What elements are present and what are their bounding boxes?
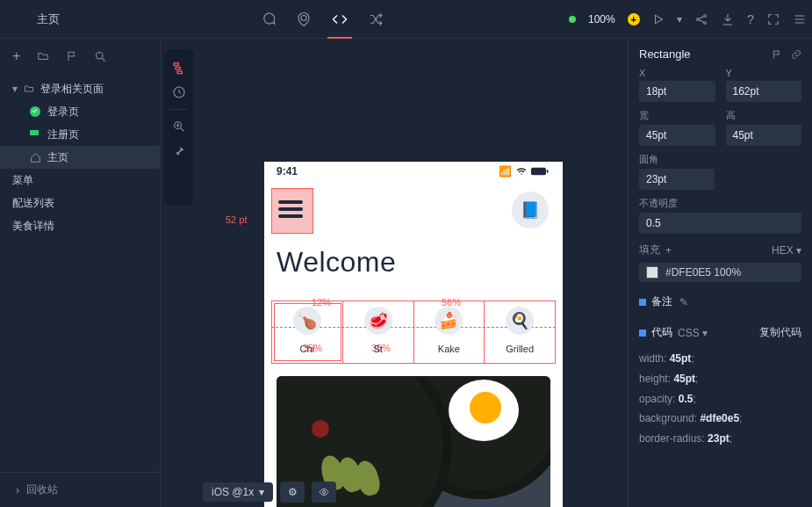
tree-item-home[interactable]: 主页 — [0, 146, 160, 169]
device-scale-select[interactable]: iOS @1x ▾ — [203, 482, 273, 502]
tree-item-register[interactable]: 注册页 — [0, 123, 160, 146]
svg-point-0 — [301, 15, 306, 20]
layout-tool-icon[interactable] — [168, 56, 190, 79]
folder-small-icon — [23, 83, 35, 94]
square-icon — [639, 299, 646, 306]
pin-icon[interactable] — [296, 11, 312, 27]
tree-item-label: 美食详情 — [12, 219, 54, 234]
add-fill-button[interactable]: + — [665, 244, 672, 257]
tree-item-menu[interactable]: 菜单 — [0, 169, 160, 192]
tree-item-label: 登录页 — [47, 105, 79, 120]
bookmark-button[interactable]: 📘 — [512, 192, 549, 228]
svg-rect-5 — [174, 63, 178, 66]
shuffle-icon[interactable] — [368, 11, 384, 27]
remark-section[interactable]: 备注 ✎ — [639, 294, 801, 309]
copy-code-button[interactable]: 复制代码 — [759, 325, 801, 340]
page-tree: ▾ 登录相关页面 登录页 注册页 主页 菜单 配送列表 美食详情 — [0, 74, 160, 472]
canvas-tool-strip — [161, 39, 198, 507]
w-value[interactable]: 45pt — [639, 125, 715, 146]
category-cell[interactable]: 🥩St — [343, 301, 414, 363]
canvas-bottom-bar: iOS @1x ▾ ⚙ — [198, 477, 336, 507]
check-circle-icon — [30, 106, 40, 117]
menu-icon[interactable] — [793, 12, 807, 26]
settings-button[interactable]: ⚙ — [280, 482, 305, 503]
h-value[interactable]: 45pt — [726, 125, 802, 146]
pin-tool-icon[interactable] — [168, 140, 190, 163]
preview-button[interactable] — [312, 482, 336, 503]
battery-icon — [531, 166, 550, 177]
inspector-link-icon[interactable] — [791, 49, 801, 60]
categories-row: 12% 56% 35% 35% 🍗Chi 🥩St 🍰Kake 🍳Grilled — [271, 301, 556, 364]
cake-icon: 🍰 — [435, 307, 463, 335]
status-time: 9:41 — [277, 165, 298, 177]
tree-item-label: 配送列表 — [12, 196, 54, 211]
steak-icon: 🥩 — [364, 307, 392, 335]
tree-item-label: 主页 — [47, 150, 68, 165]
share-icon[interactable] — [694, 12, 708, 26]
tree-folder[interactable]: ▾ 登录相关页面 — [0, 77, 160, 100]
code-icon[interactable] — [331, 11, 349, 27]
download-icon[interactable] — [721, 12, 735, 26]
chevron-right-icon: › — [16, 484, 19, 496]
svg-point-1 — [696, 18, 699, 20]
svg-rect-6 — [176, 67, 180, 69]
search-icon[interactable] — [94, 50, 107, 63]
category-cell[interactable]: 🍰Kake — [414, 301, 485, 363]
flag-tool-icon[interactable] — [66, 50, 78, 62]
code-lang[interactable]: CSS ▾ — [678, 327, 708, 339]
add-zoom-button[interactable]: + — [628, 13, 640, 25]
tree-item-label: 注册页 — [47, 127, 79, 142]
top-center-tools — [75, 11, 569, 27]
hamburger-icon[interactable] — [278, 200, 303, 218]
left-panel: + ▾ 登录相关页面 登录页 注册页 主页 菜单 配送列表 美食详情 › 回收站 — [0, 39, 161, 507]
svg-rect-7 — [177, 71, 182, 74]
tree-item-food[interactable]: 美食详情 — [0, 214, 160, 237]
edit-icon[interactable]: ✎ — [679, 296, 688, 308]
svg-point-12 — [323, 491, 326, 494]
tree-item-delivery[interactable]: 配送列表 — [0, 192, 160, 214]
w-label: 宽 — [639, 109, 715, 122]
code-label: 代码 — [651, 325, 672, 340]
category-label: Chi — [300, 344, 315, 354]
inspector-title: Rectangle — [639, 47, 691, 61]
radius-label: 圆角 — [639, 153, 801, 166]
svg-rect-11 — [547, 170, 549, 172]
fullscreen-icon[interactable] — [766, 12, 780, 26]
play-chevron-icon[interactable]: ▾ — [677, 13, 682, 25]
trash-button[interactable]: › 回收站 — [0, 472, 160, 507]
artboard[interactable]: 9:41 📶 📘 Welcome 12% 56% 35% 35% 🍗Chi 🥩S… — [264, 162, 563, 507]
h-label: 高 — [726, 109, 802, 122]
zoom-value[interactable]: 100% — [588, 13, 615, 25]
svg-rect-10 — [531, 168, 546, 175]
hex-mode[interactable]: HEX ▾ — [772, 244, 801, 257]
x-value[interactable]: 18pt — [639, 81, 715, 102]
tree-item-login[interactable]: 登录页 — [0, 100, 160, 123]
history-tool-icon[interactable] — [168, 81, 190, 104]
opacity-value[interactable]: 0.5 — [639, 213, 801, 234]
add-button[interactable]: + — [12, 48, 20, 64]
status-bar: 9:41 📶 — [264, 162, 563, 181]
inspector-flag-icon[interactable] — [772, 49, 782, 60]
canvas[interactable]: 48 pt 52 pt 9:41 📶 📘 Welcome 12% 56% 35%… — [198, 39, 628, 507]
y-value[interactable]: 162pt — [726, 81, 802, 102]
trash-label: 回收站 — [26, 482, 58, 497]
radius-value[interactable]: 23pt — [639, 169, 715, 190]
grill-icon: 🍳 — [506, 307, 534, 335]
y-label: Y — [726, 68, 802, 78]
chicken-icon: 🍗 — [293, 307, 321, 335]
zoom-tool-icon[interactable] — [168, 115, 190, 138]
inspector-header: Rectangle — [639, 47, 801, 61]
help-icon[interactable]: ? — [747, 11, 754, 26]
comment-icon[interactable] — [261, 11, 277, 27]
gear-icon: ⚙ — [288, 486, 298, 498]
play-icon[interactable] — [652, 13, 665, 25]
swatch-icon — [646, 266, 658, 279]
fill-chip[interactable]: #DFE0E5 100% — [639, 263, 801, 282]
category-cell[interactable]: 🍳Grilled — [485, 301, 555, 363]
status-dot-icon — [569, 16, 576, 23]
chevron-down-icon: ▾ — [259, 486, 264, 498]
folder-icon[interactable] — [36, 50, 50, 62]
flag-icon — [30, 130, 39, 139]
category-cell[interactable]: 🍗Chi — [272, 301, 343, 363]
opacity-label: 不透明度 — [639, 197, 801, 210]
